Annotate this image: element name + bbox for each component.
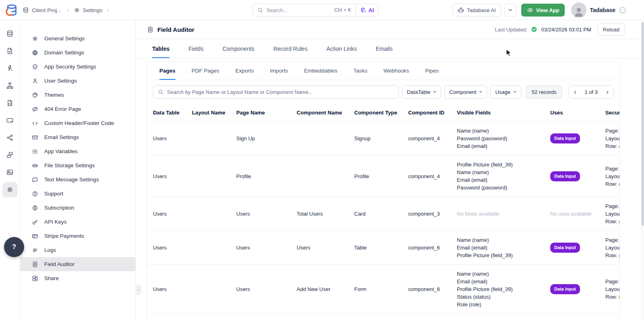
robot-icon: [458, 7, 464, 13]
sidebar-item-label: Logs: [44, 247, 56, 253]
sidebar-item-email-settings[interactable]: Email Settings: [20, 130, 135, 144]
sidebar-item-label: App Variables: [44, 148, 78, 154]
sidebar-item-support[interactable]: Support: [20, 187, 135, 201]
cell-visible-fields: Profile Picture (field_39) Name (name) E…: [451, 161, 545, 191]
sidebar-item-stripe-payments[interactable]: Stripe Payments: [20, 229, 135, 243]
uses-badge: Data Input: [550, 284, 580, 294]
sidebar-item-404-error-page[interactable]: 404 Error Page: [20, 102, 135, 116]
scrollbar-thumb[interactable]: [642, 22, 644, 226]
filter-usage[interactable]: Usage: [490, 85, 521, 99]
sidebar-item-user-settings[interactable]: User Settings: [20, 74, 135, 88]
reload-button[interactable]: Reload: [597, 23, 625, 36]
tab-fields[interactable]: Fields: [188, 39, 203, 58]
view-app-dropdown-button[interactable]: [504, 4, 516, 17]
cell-visible-fields: Name (name) Email (email) Profile Pictur…: [451, 236, 545, 259]
table-row[interactable]: Name (name): [147, 314, 619, 320]
chat-bubble-icon: [32, 177, 38, 183]
sidebar-item-general-settings[interactable]: General Settings: [20, 31, 135, 46]
rail-workflow-icon[interactable]: [2, 77, 18, 94]
subtab-pdf-pages[interactable]: PDF Pages: [192, 62, 219, 80]
cell-uses: Data Input: [545, 133, 600, 143]
cell-component-id: component_6: [402, 244, 451, 251]
tab-action-links[interactable]: Action Links: [326, 39, 357, 58]
avatar[interactable]: [571, 2, 586, 18]
rail-tables-icon[interactable]: [2, 25, 18, 42]
content-header: Field Auditor Last Updated: 03/24/2026 0…: [136, 20, 644, 39]
rail-tasks-icon[interactable]: [2, 112, 18, 129]
account-menu-icon[interactable]: [619, 6, 627, 14]
sidebar-item-domain-settings[interactable]: Domain Settings: [20, 46, 135, 60]
table-row[interactable]: Users Users Users Table component_6 Name…: [147, 231, 619, 264]
rail-share-icon[interactable]: [2, 129, 18, 146]
rail-layers-icon[interactable]: [2, 146, 18, 164]
records-count: 52 records: [526, 85, 562, 99]
sidebar-item-app-security-settings[interactable]: App Security Settings: [20, 60, 135, 74]
filter-datatable[interactable]: DataTable: [402, 85, 442, 99]
global-search-input[interactable]: [266, 7, 334, 13]
sidebar-item-app-variables[interactable]: App Variables: [20, 144, 135, 158]
cell-visible-fields: No fields available: [451, 210, 545, 218]
palette-icon: [32, 92, 38, 98]
top-bar: Client Proj... Settings Ctrl + K AI Tada…: [0, 0, 644, 20]
sidebar-item-file-storage-settings[interactable]: File Storage Settings: [20, 158, 135, 172]
table-row[interactable]: Users Users Total Users Card component_3…: [147, 197, 619, 231]
sidebar-item-share[interactable]: Share: [20, 271, 135, 285]
sidebar-item-label: Text Message Settings: [44, 177, 99, 183]
cell-security: Page: Layou Row: (: [600, 165, 619, 188]
subtab-pages[interactable]: Pages: [159, 62, 175, 80]
filter-component[interactable]: Component: [444, 85, 487, 99]
prev-page-button[interactable]: [569, 86, 581, 98]
sidebar-item-field-auditor[interactable]: Field Auditor: [20, 257, 135, 271]
breadcrumb-settings[interactable]: Settings: [74, 7, 103, 13]
view-app-button[interactable]: View App: [521, 4, 565, 17]
subtab-pipes[interactable]: Pipes: [425, 62, 439, 80]
storage-drive-icon: [32, 162, 38, 169]
share-box-icon: [32, 275, 38, 282]
cell-component-type: Profile: [349, 172, 402, 180]
table-row[interactable]: Users Users Add New User Form component_…: [147, 264, 619, 314]
table-row[interactable]: Users Sign Up Signup component_4 Name (n…: [147, 121, 619, 155]
cell-security: Page: Layou Row: (: [600, 278, 619, 301]
help-button[interactable]: ?: [4, 237, 24, 257]
tadabase-ai-button[interactable]: Tadabase AI: [452, 4, 501, 17]
cell-data-table: Users: [147, 244, 186, 251]
sidebar-item-text-message-settings[interactable]: Text Message Settings: [20, 172, 135, 187]
uses-badge: Data Input: [550, 243, 580, 253]
tab-record-rules[interactable]: Record Rules: [273, 39, 308, 58]
chevron-right-icon: [605, 89, 610, 95]
sidebar-collapse-button[interactable]: [135, 285, 141, 295]
sidebar-item-themes[interactable]: Themes: [20, 88, 135, 102]
cell-component-name: Users: [291, 244, 349, 251]
tab-emails[interactable]: Emails: [376, 39, 392, 58]
sidebar-item-api-keys[interactable]: API Keys: [20, 215, 135, 229]
tadabase-logo-icon[interactable]: [4, 3, 18, 17]
ai-sparkle-icon: [360, 7, 367, 13]
next-page-button[interactable]: [601, 86, 613, 98]
breadcrumb-app[interactable]: Client Proj...: [23, 7, 62, 13]
rail-settings-icon[interactable]: [2, 182, 18, 197]
subtab-exports[interactable]: Exports: [235, 62, 254, 80]
rail-automations-icon[interactable]: [2, 60, 18, 77]
sidebar-item-logs[interactable]: Logs: [20, 243, 135, 257]
cell-component-type: Signup: [349, 135, 402, 142]
check-circle-icon: [531, 26, 537, 33]
sidebar-item-custom-header-footer-code[interactable]: Custom Header/Footer Code: [20, 116, 135, 130]
icon-rail: ?: [0, 20, 20, 320]
window-scrollbar[interactable]: [641, 21, 644, 320]
tab-tables[interactable]: Tables: [152, 39, 169, 58]
ai-search-button[interactable]: AI: [355, 4, 379, 16]
subtab-imports[interactable]: Imports: [270, 62, 288, 80]
rail-media-icon[interactable]: [2, 164, 18, 181]
tab-components[interactable]: Components: [223, 39, 254, 58]
chevron-left-icon: [136, 287, 140, 292]
rail-pages-icon[interactable]: [2, 42, 18, 60]
subtab-tasks[interactable]: Tasks: [353, 62, 367, 80]
sidebar-item-subscription[interactable]: Subscription: [20, 201, 135, 215]
caret-down-icon: [433, 91, 436, 93]
subtab-webhooks[interactable]: Webhooks: [384, 62, 409, 80]
subtab-embeddables[interactable]: Embeddables: [304, 62, 338, 80]
table-search-input[interactable]: [153, 86, 398, 98]
rail-pdf-icon[interactable]: [2, 94, 18, 112]
col-uses: Uses: [545, 109, 600, 116]
table-row[interactable]: Users Profile Profile component_4 Profil…: [147, 155, 619, 197]
